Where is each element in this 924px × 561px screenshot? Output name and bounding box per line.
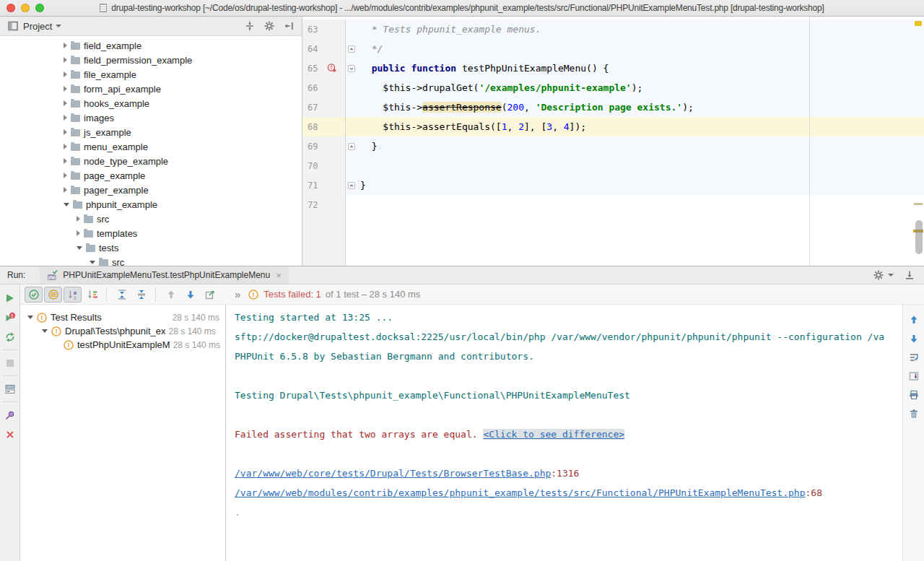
collapse-arrow-icon[interactable] [42,329,48,333]
hide-panel-down-icon [904,269,915,281]
test-duration: 28 s 140 ms [168,326,215,336]
sort-alphabetically-button[interactable]: az [64,287,82,303]
project-tree-item[interactable]: menu_example [0,139,302,154]
rerun-failed-button[interactable]: ! [1,308,19,327]
restore-layout-button[interactable] [1,379,19,399]
editor-line: 65! public function testPhpUnitExampleMe… [302,58,924,78]
rerun-button[interactable] [1,288,19,308]
console-link[interactable]: /var/www/web/modules/contrib/examples/ph… [235,487,806,498]
expand-arrow-icon[interactable] [64,115,67,121]
expand-arrow-icon[interactable] [64,187,67,193]
soft-wrap-button[interactable] [905,348,923,367]
folder-icon [71,187,80,194]
minimize-window-button[interactable] [21,4,30,12]
next-failed-test-button[interactable] [181,287,199,303]
editor-gutter: 63 [302,19,346,39]
project-tree-item[interactable]: page_example [0,168,302,183]
toggle-auto-test-icon [4,331,16,343]
expand-arrow-icon[interactable] [64,86,67,92]
code-token: ( [502,102,507,113]
toggle-auto-test-button[interactable] [1,327,19,347]
project-panel-title[interactable]: Project [23,21,52,32]
close-window-button[interactable] [6,4,15,12]
close-tab-icon[interactable]: × [276,271,282,280]
tree-item-label: pager_example [84,185,149,196]
run-content: ! az » ! Tests failed: 1 of 1 test – 28 … [0,284,924,561]
expand-arrow-icon[interactable] [64,43,67,48]
error-stripe-mark[interactable] [914,203,923,205]
project-tree-item[interactable]: phpunit_example [0,197,302,212]
test-result-row[interactable]: !testPhpUnitExampleM28 s 140 ms [20,338,225,352]
project-tree-item[interactable]: templates [0,226,302,240]
expand-arrow-icon[interactable] [64,57,67,63]
error-stripe-warning-mark[interactable] [915,21,922,26]
more-actions-icon[interactable]: » [235,288,240,300]
fold-end-icon[interactable] [348,140,355,153]
folder-icon [86,245,95,252]
close-button[interactable] [1,425,19,444]
editor-line: 66 $this->drupalGet('/examples/phpunit-e… [302,78,924,97]
project-tree-item[interactable]: field_example [0,38,302,53]
project-tree-item[interactable]: images [0,110,302,125]
project-tree-item[interactable]: tests [0,240,302,255]
project-tree-item[interactable]: pager_example [0,183,302,197]
collapse-arrow-icon[interactable] [77,246,82,250]
scroll-from-source-icon[interactable] [244,20,256,32]
zoom-window-button[interactable] [35,4,44,12]
project-tree-item[interactable]: src [0,255,302,266]
expand-arrow-icon[interactable] [64,144,67,149]
project-tree-item[interactable]: field_permission_example [0,53,302,67]
project-tree-item[interactable]: src [0,212,302,226]
code-token: 200 [507,102,524,113]
test-result-row[interactable]: !Drupal\Tests\phpunit_ex28 s 140 ms [20,324,225,338]
previous-failed-test-button[interactable] [162,287,180,303]
editor-scrollbar-thumb[interactable] [915,220,923,254]
project-tree-item[interactable]: file_example [0,67,302,82]
rerun-failed-test-icon[interactable]: ! [327,63,338,74]
editor-gutter [302,214,346,266]
expand-arrow-icon[interactable] [64,158,67,164]
fold-end-icon[interactable] [348,179,355,192]
fold-start-icon[interactable] [348,62,355,75]
project-tree-item[interactable]: form_api_example [0,82,302,96]
import-test-results-button[interactable] [201,287,219,303]
expand-all-button[interactable] [113,287,131,303]
fold-column [346,195,357,214]
code-editor[interactable]: 63 * Tests phpunit_example menus.64 */65… [302,17,924,266]
expand-arrow-icon[interactable] [64,71,67,77]
expand-arrow-icon[interactable] [64,100,67,106]
stop-button[interactable] [1,353,19,373]
fold-end-icon[interactable] [348,43,355,56]
pin-tab-button[interactable] [1,405,19,425]
expand-arrow-icon[interactable] [77,216,80,222]
expand-arrow-icon[interactable] [64,129,67,135]
show-ignored-button[interactable] [44,287,62,303]
project-tree-item[interactable]: node_type_example [0,154,302,168]
run-configuration-tab[interactable]: php PHPUnitExampleMenuTest.testPhpUnitEx… [40,266,288,284]
chevron-down-icon[interactable] [56,25,61,27]
project-tree-item[interactable]: hooks_example [0,96,302,110]
expand-arrow-icon[interactable] [77,230,80,236]
collapse-all-button[interactable] [132,287,150,303]
settings-button[interactable] [873,269,894,281]
scroll-down-button[interactable] [905,329,923,348]
hide-panel-left-icon[interactable] [283,20,295,32]
open-results-button[interactable] [905,367,923,386]
show-passed-button[interactable] [25,287,43,303]
hide-panel-down-button[interactable] [904,269,915,281]
project-tree-item[interactable]: js_example [0,125,302,139]
test-result-row[interactable]: !Test Results28 s 140 ms [20,310,225,324]
scroll-up-button[interactable] [905,310,923,329]
collapse-arrow-icon[interactable] [90,261,95,264]
editor-gutter: 66 [302,78,346,97]
console-link[interactable]: <Click to see difference> [483,429,624,440]
expand-arrow-icon[interactable] [64,173,67,178]
settings-icon[interactable] [263,20,275,32]
print-button[interactable] [905,386,923,404]
clear-all-button[interactable] [905,404,923,423]
sort-by-duration-button[interactable] [83,287,101,303]
collapse-arrow-icon[interactable] [27,316,33,319]
collapse-arrow-icon[interactable] [64,203,69,206]
test-console-output[interactable]: Testing started at 13:25 ...sftp://docke… [226,305,902,561]
console-link[interactable]: /var/www/web/core/tests/Drupal/Tests/Bro… [235,468,551,479]
